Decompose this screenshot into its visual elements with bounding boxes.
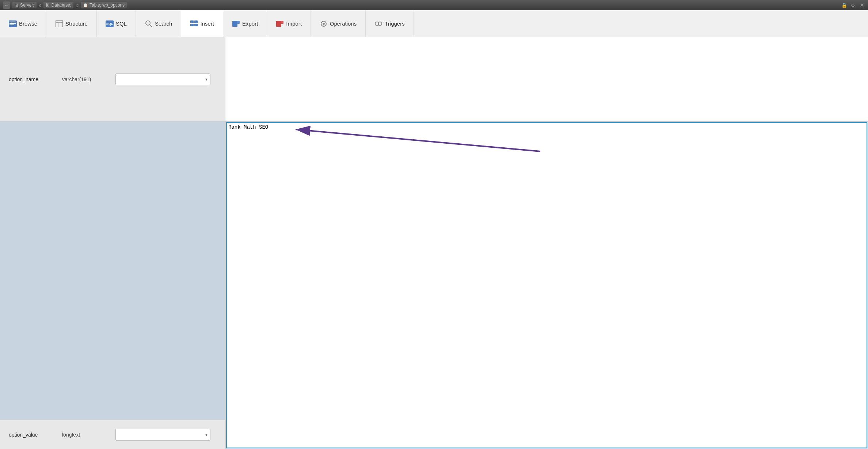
option-value-select[interactable]: [115, 429, 210, 441]
svg-rect-10: [194, 20, 198, 23]
titlebar-left: ← 🖥 Server: » 🗄 Database: » 📋 Table: wp_…: [3, 1, 127, 9]
tab-structure[interactable]: Structure: [46, 10, 97, 37]
option-name-type: varchar(191): [62, 76, 110, 82]
insert-icon: [190, 19, 198, 27]
svg-rect-13: [232, 21, 237, 27]
tab-import-label: Import: [286, 20, 302, 27]
option-value-editor-container: Rank Math SEO: [226, 122, 867, 448]
back-button[interactable]: ←: [3, 1, 10, 9]
database-breadcrumb[interactable]: 🗄 Database:: [43, 2, 73, 8]
breadcrumb-sep-2: »: [76, 2, 79, 8]
svg-rect-2: [9, 23, 16, 24]
titlebar: ← 🖥 Server: » 🗄 Database: » 📋 Table: wp_…: [0, 0, 868, 10]
browse-icon: [9, 20, 17, 28]
tab-insert[interactable]: Insert: [181, 10, 223, 37]
table-breadcrumb[interactable]: 📋 Table: wp_options: [81, 2, 127, 8]
server-breadcrumb[interactable]: 🖥 Server:: [12, 2, 37, 8]
svg-rect-12: [194, 24, 198, 26]
tab-search[interactable]: Search: [136, 10, 182, 37]
option-value-type: longtext: [62, 432, 110, 438]
main-content: option_name varchar(191) option_value lo…: [0, 37, 868, 449]
option-value-textarea[interactable]: Rank Math SEO: [228, 124, 865, 446]
svg-line-8: [150, 25, 152, 27]
tab-triggers-label: Triggers: [385, 20, 404, 27]
tab-bar: Browse Structure SQL SQL Search: [0, 10, 868, 37]
tab-sql-label: SQL: [116, 20, 127, 27]
option-name-select[interactable]: [115, 73, 210, 85]
tab-sql[interactable]: SQL SQL: [97, 10, 136, 37]
tab-insert-label: Insert: [200, 20, 214, 27]
option-name-label: option_name: [9, 76, 56, 82]
option-name-textarea[interactable]: [227, 39, 867, 119]
breadcrumb-sep-1: »: [39, 2, 42, 8]
tab-export-label: Export: [242, 20, 258, 27]
tab-export[interactable]: Export: [223, 10, 267, 37]
settings-icon[interactable]: ⚙: [850, 2, 856, 8]
tab-import[interactable]: Import: [267, 10, 311, 37]
lock-icon: 🔒: [841, 2, 848, 8]
tab-search-label: Search: [155, 20, 172, 27]
svg-rect-4: [56, 20, 63, 27]
svg-rect-1: [9, 22, 16, 22]
svg-point-20: [323, 23, 325, 25]
svg-rect-18: [281, 21, 283, 24]
option-name-select-wrapper: [115, 73, 210, 85]
option-name-row: option_name varchar(191): [0, 37, 225, 121]
option-value-select-wrapper: [115, 429, 210, 441]
tab-browse-label: Browse: [19, 20, 37, 27]
triggers-icon: [374, 20, 382, 28]
right-panel: Rank Math SEO: [225, 37, 868, 449]
structure-icon: [55, 20, 63, 28]
svg-rect-15: [237, 21, 240, 24]
left-spacer: [0, 121, 225, 420]
svg-rect-9: [190, 20, 194, 23]
left-panel: option_name varchar(191) option_value lo…: [0, 37, 225, 449]
tab-triggers[interactable]: Triggers: [366, 10, 414, 37]
import-icon: [276, 20, 284, 28]
close-icon[interactable]: ✕: [859, 2, 865, 8]
nav-controls: ←: [3, 1, 10, 9]
option-value-row: option_value longtext: [0, 420, 225, 449]
svg-rect-16: [276, 21, 281, 27]
tab-operations[interactable]: Operations: [311, 10, 366, 37]
option-name-editor: [225, 37, 868, 121]
titlebar-right: 🔒 ⚙ ✕: [841, 2, 865, 8]
svg-rect-3: [9, 24, 14, 25]
sql-icon: SQL: [106, 20, 114, 28]
svg-rect-11: [190, 24, 194, 26]
tab-browse[interactable]: Browse: [0, 10, 46, 37]
tab-operations-label: Operations: [330, 20, 357, 27]
tab-structure-label: Structure: [65, 20, 88, 27]
option-value-label: option_value: [9, 432, 56, 438]
option-value-editor: Rank Math SEO: [226, 122, 867, 448]
export-icon: [232, 20, 240, 28]
svg-point-7: [146, 21, 150, 25]
search-icon: [145, 20, 153, 28]
operations-icon: [320, 20, 328, 28]
